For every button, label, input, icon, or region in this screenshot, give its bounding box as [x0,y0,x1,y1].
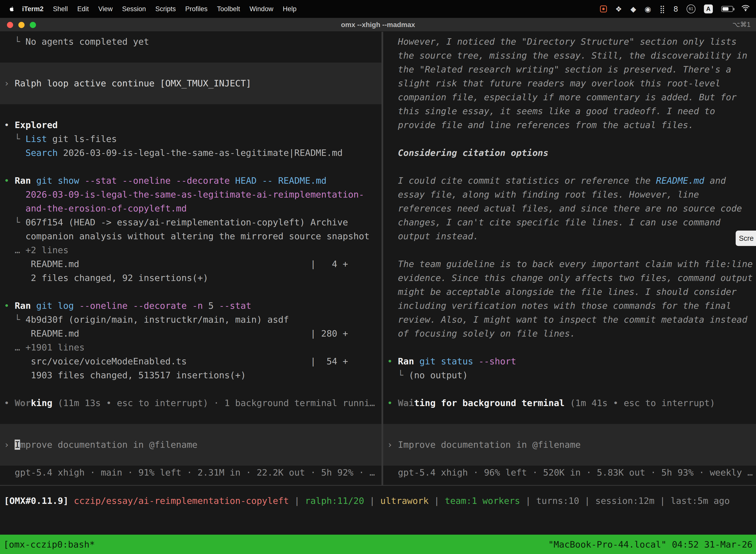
terminal-line: 2026-03-09-is-legal-the-same-as-legitima… [4,188,381,202]
terminal-line [0,90,381,104]
terminal-line: • Ran git log --oneline --decorate -n 5 … [4,299,381,313]
window-title: omx --xhigh --madmax [0,18,756,32]
terminal-line: • Ran git status --short [387,354,756,368]
terminal-line: README.md | 4 + [4,257,381,271]
terminal-line: evidence. Since this change only affects… [387,271,756,285]
terminal-line [387,160,756,174]
terminal-line [387,410,756,424]
terminal-line [387,340,756,354]
terminal-line [387,243,756,257]
terminal-line: … +2 lines [4,243,381,257]
terminal-line: of focusing solely on file lines. [387,327,756,340]
terminal-line [0,63,381,76]
agent-working-status-right: • Waiting for background terminal (1m 41… [387,396,756,410]
terminal-line [4,160,381,174]
terminal-line: 1903 files changed, 513517 insertions(+) [4,368,381,382]
agent-working-status-left: • Working (11m 13s • esc to interrupt) ·… [4,396,381,410]
status-icon[interactable]: ◉ [645,5,651,13]
menu-item[interactable]: Scripts [150,5,181,13]
battery-percentage-badge[interactable]: 61 [687,4,695,13]
terminal-line [387,382,756,396]
status-icons: ❖◆◉⣿8 [615,5,678,13]
terminal-line [4,410,381,424]
terminal-line: review. Also, I might want to inspect th… [387,313,756,327]
terminal-line: README.md | 280 + [4,327,381,340]
window-title-bar: omx --xhigh --madmax ⌥⌘1 [0,18,756,32]
tmux-host-clock: "MacBook-Pro-44.local" 04:52 31-Mar-26 [548,539,753,550]
terminal-line: Search 2026-03-09-is-legal-the-same-as-l… [4,146,381,160]
inject-banner: › Ralph loop active continue [OMX_TMUX_I… [0,76,381,90]
terminal-line: essay file, along with finding root file… [387,188,756,202]
macos-menu-bar: iTerm2ShellEditViewSessionScriptsProfile… [0,0,756,18]
screen-recording-icon[interactable] [600,5,607,12]
pane-bottom-divider [0,485,756,486]
menu-items: iTerm2ShellEditViewSessionScriptsProfile… [17,5,301,13]
terminal-line: output instead. [387,229,756,243]
battery-icon[interactable] [721,6,733,12]
menu-item[interactable]: iTerm2 [17,5,48,13]
status-icon[interactable]: 8 [674,5,678,13]
terminal-line: the "Related research writing" section i… [387,63,756,76]
terminal-line [4,382,381,396]
terminal-line: provide file and line references from th… [387,118,756,132]
menu-item[interactable]: Toolbelt [212,5,245,13]
apple-menu-icon[interactable] [7,4,16,14]
terminal-line: companion analysis without altering the … [4,229,381,243]
terminal-line: 2 files changed, 92 insertions(+) [4,271,381,285]
terminal-line: slight risk that future readers may over… [387,76,756,90]
status-line-right: gpt-5.4 xhigh · 96% left · 520K in · 5.8… [387,466,756,480]
omx-status-bar-container: [OMX#0.11.9] cczip/essay/ai-reimplementa… [0,494,756,508]
screen-overlay-label: Scre [739,234,754,242]
terminal-line: including verification notes with those … [387,299,756,313]
status-line-left: gpt-5.4 xhigh · main · 91% left · 2.31M … [4,466,381,480]
terminal-line [4,49,381,63]
menu-item[interactable]: Edit [73,5,94,13]
terminal-line [0,452,381,466]
terminal-line: references need actual files, and since … [387,202,756,215]
menu-item[interactable]: View [93,5,117,13]
terminal-line: └ No agents completed yet [4,35,381,49]
terminal-line [387,132,756,146]
terminal-window: └ No agents completed yet › Ralph loop a… [0,32,756,554]
tmux-status-bar: [omx-cczip0:bash* "MacBook-Pro-44.local"… [0,535,756,554]
terminal-line: and-the-erosion-of-copyleft.md [4,202,381,215]
menu-item[interactable]: Profiles [181,5,212,13]
menu-item[interactable]: Shell [48,5,73,13]
terminal-line [383,424,756,438]
terminal-line: └ 4b9d30f (origin/main, instructkr/main,… [4,313,381,327]
terminal-line [4,285,381,299]
terminal-line: … +1901 lines [4,340,381,354]
screen-overlay-button[interactable]: Scre [736,231,756,246]
menu-item[interactable]: Session [117,5,150,13]
terminal-line: • Ran git show --stat --oneline --decora… [4,174,381,188]
terminal-line: companion file, especially if more comme… [387,90,756,104]
status-icon[interactable]: ◆ [630,5,636,13]
terminal-line [4,104,381,118]
terminal-line: this single essay, it seems like a good … [387,104,756,118]
command-input-right[interactable]: › Improve documentation in @filename [383,438,756,452]
terminal-pane-right[interactable]: However, I noticed the "Directory Struct… [383,32,756,485]
terminal-line: └ List git ls-files [4,132,381,146]
terminal-line: src/voice/voiceModeEnabled.ts | 54 + [4,354,381,368]
terminal-line [0,424,381,438]
terminal-pane-left[interactable]: └ No agents completed yet › Ralph loop a… [0,32,381,485]
window-shortcut-badge: ⌥⌘1 [733,18,751,32]
status-icon[interactable]: ❖ [615,5,622,13]
command-input-left[interactable]: › Improve documentation in @filename [0,438,381,452]
terminal-line: I could cite commit statistics or refere… [387,174,756,188]
input-source-icon[interactable]: A [704,4,713,13]
terminal-line [383,452,756,466]
wifi-icon[interactable] [742,5,750,13]
terminal-line: might be acceptable alongside the file l… [387,285,756,299]
menu-item[interactable]: Help [278,5,301,13]
status-icon[interactable]: ⣿ [659,5,665,13]
terminal-line: However, I noticed the "Directory Struct… [387,35,756,49]
terminal-line: changes, I can't cite specific file line… [387,215,756,229]
terminal-line: the source tree, missing the essay. Stil… [387,49,756,63]
thinking-heading: Considering citation options [387,146,756,160]
omx-status-bar: [OMX#0.11.9] cczip/essay/ai-reimplementa… [4,494,756,508]
menu-item[interactable]: Window [245,5,278,13]
pane-divider[interactable] [381,32,383,485]
terminal-line: └ 067f154 (HEAD -> essay/ai-reimplementa… [4,215,381,229]
terminal-line: • Explored [4,118,381,132]
